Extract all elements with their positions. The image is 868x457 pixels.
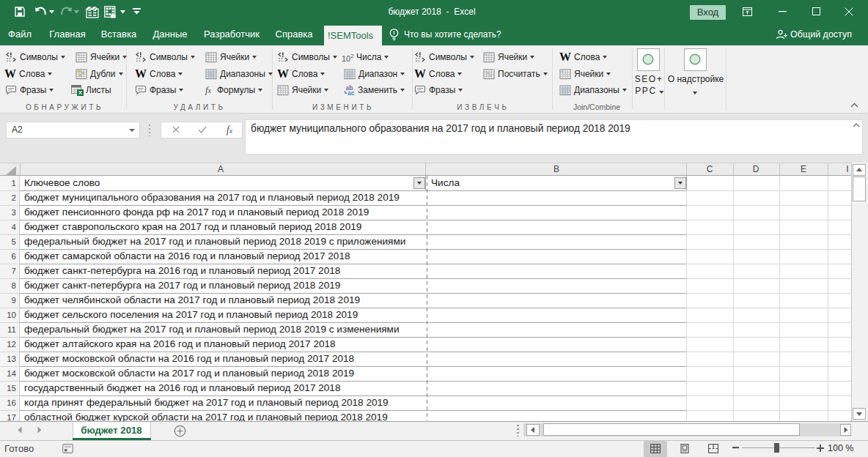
svg-text:ac: ac [347, 89, 355, 96]
svg-text:X: X [78, 89, 82, 96]
